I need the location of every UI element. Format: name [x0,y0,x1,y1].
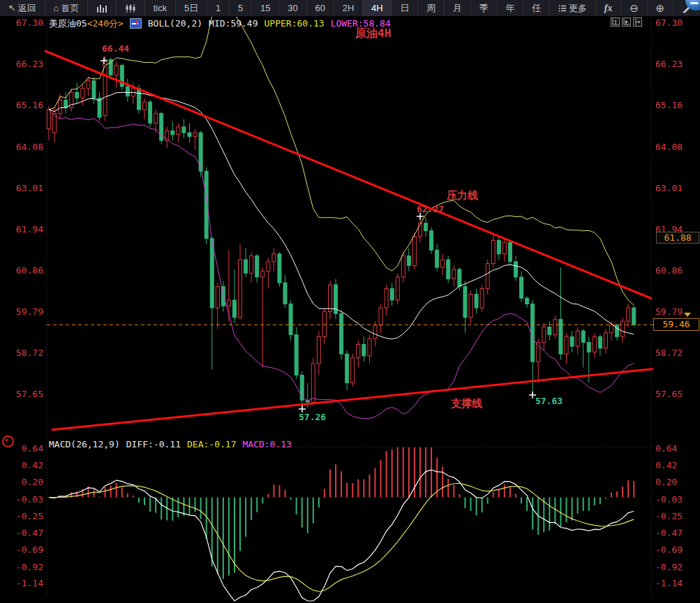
candle-body [452,269,456,279]
candle-body [514,262,517,277]
candle-body [435,250,439,267]
more-button[interactable]: 更多 [550,0,596,16]
page-right-button[interactable] [633,17,642,27]
back-button[interactable]: ↖返回 [0,0,45,16]
period-button-tick[interactable]: tick [145,0,176,16]
scale-buttons [611,17,642,27]
candle-body [59,100,62,113]
indicator-settings-icon[interactable] [2,436,14,447]
candle-body [526,298,529,304]
candle-body [75,92,79,98]
macd-histogram [49,447,634,579]
candle-body [373,325,377,338]
period-button-15m[interactable]: 15 [252,0,279,16]
candle-body [239,260,242,318]
candlestick-icon [125,4,136,13]
candle-body [508,242,512,262]
chart-thumbnail-icon[interactable] [130,18,142,29]
period-button-week[interactable]: 周 [418,0,445,16]
chart-type-candle-button[interactable] [117,0,145,16]
indicator-fx-button[interactable]: fx [596,0,621,16]
candle-body [396,277,399,300]
period-button-custom[interactable]: 任 [523,0,550,16]
period-button-1m[interactable]: 1 [207,0,230,16]
chart-annotation: 原油4H [355,27,391,41]
candle-body [441,260,445,267]
candle-body [469,295,472,318]
chart-annotation: 62.27 [417,204,444,214]
period-button-60m[interactable]: 60 [307,0,334,16]
period-button-year[interactable]: 年 [498,0,524,16]
bar-chart-icon [96,4,107,13]
candle-body [126,87,129,96]
zoom-in-button[interactable]: ⊕ [648,0,673,16]
candle-body [244,260,248,273]
candle-body [424,223,428,231]
candle-body [64,100,68,107]
candle-body [81,89,84,98]
home-icon: ⌂ [54,3,59,13]
boll-upper-value: UPPER:60.13 [265,18,325,29]
candle-body [475,295,478,308]
candle-body [627,308,630,321]
macd-axis-label: -0.92 [4,562,43,572]
home-button[interactable]: ⌂首页 [45,0,89,16]
candle-body [553,320,557,335]
price-axis-label: 61.94 [4,224,43,234]
period-button-5d[interactable]: 5日 [176,0,207,16]
period-button-month[interactable]: 月 [445,0,471,16]
macd-dea-line [49,483,634,591]
price-axis-label: 66.23 [655,59,683,69]
candle-body [632,308,636,325]
period-button-5m[interactable]: 5 [230,0,252,16]
macd-axis-label: -0.03 [655,494,683,505]
candle-body [154,114,158,124]
price-axis-label: 59.79 [4,306,43,317]
period-button-quarter[interactable]: 季 [471,0,498,16]
macd-axis-label: -0.47 [4,528,43,538]
axis-autofit-icon [611,18,619,26]
candle-body [570,336,574,346]
macd-axis-label: 0.64 [655,443,677,454]
price-axis-label: 57.65 [655,389,683,399]
period-button-4h[interactable]: 4H [363,0,392,16]
candle-body [447,260,450,279]
candle-body [92,81,96,98]
candle-body [390,288,394,300]
period-button-30m[interactable]: 30 [279,0,306,16]
macd-dea-value: DEA:-0.17 [187,439,236,449]
candle-body [182,127,186,133]
price-axis-label: 60.86 [4,265,43,276]
candle-body [250,256,253,274]
candle-body [283,283,287,304]
chart-header: 美原油05<240分> BOLL(20,2) MID:59.49 UPPER:6… [49,18,391,29]
candle-body [621,321,625,336]
candle-body [463,287,467,318]
axis-scroll-button[interactable] [622,17,631,27]
candle-body [497,241,500,254]
candle-body [565,336,568,354]
candle-body [385,288,388,308]
price-axis-label: 67.30 [4,17,43,28]
chart-annotation: 支撑线 [451,397,482,410]
candlestick-chart[interactable] [0,0,700,603]
period-button-2h[interactable]: 2H [334,0,363,16]
macd-axis-label: -0.47 [655,528,683,538]
macd-axis-label: -0.25 [4,511,43,521]
period-button-day[interactable]: 日 [392,0,419,16]
candle-body [137,89,140,110]
candle-body [368,338,371,356]
axis-autofit-button[interactable] [611,17,620,27]
candle-body [576,331,579,346]
macd-axis-label: -0.92 [655,562,683,572]
chart-type-bar-button[interactable] [88,0,117,16]
zoom-in-icon: ⊕ [656,3,665,13]
chart-annotation: 57.63 [535,396,563,406]
candle-body [616,325,619,337]
macd-axis-label: 0.20 [655,477,677,487]
macd-axis-label: 0.20 [4,477,43,487]
zoom-out-button[interactable]: ⊖ [621,0,647,16]
price-axis-label: 58.72 [4,348,43,358]
price-axis-label: 67.30 [655,17,683,28]
pressure-line[interactable] [45,51,650,298]
